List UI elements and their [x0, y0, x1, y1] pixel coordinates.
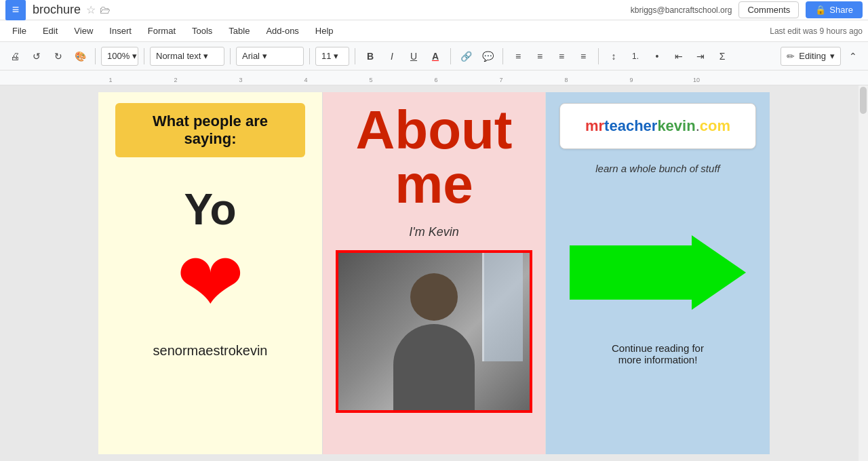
ruler-mark-6: 6 [403, 77, 469, 83]
ruler: 1 2 3 4 5 6 7 8 9 10 [0, 71, 868, 85]
lock-icon: 🔒 [815, 5, 826, 15]
editing-arrow-icon: ▾ [830, 51, 835, 61]
ruler-mark-2: 2 [143, 77, 208, 83]
menu-view[interactable]: View [67, 23, 100, 39]
photo-frame [336, 250, 532, 413]
menu-addons[interactable]: Add-ons [259, 23, 305, 39]
im-kevin-subtitle: I'm Kevin [409, 225, 458, 239]
separator-5 [355, 48, 355, 64]
menu-table[interactable]: Table [222, 23, 256, 39]
brochure-document: What people are saying: Yo ❤ senormaestr… [98, 92, 770, 454]
panel-right[interactable]: mrteacherkevin.com learn a whole bunch o… [546, 92, 770, 454]
website-box: mrteacherkevin.com [559, 103, 756, 149]
print-button[interactable]: 🖨 [5, 47, 24, 66]
ordered-list-button[interactable]: 1. [626, 47, 645, 66]
style-dropdown[interactable]: Normal text ▾ [150, 47, 224, 66]
link-button[interactable]: 🔗 [456, 47, 475, 66]
document-area: What people are saying: Yo ❤ senormaestr… [0, 85, 868, 461]
zoom-dropdown[interactable]: 100% ▾ [101, 47, 138, 66]
editing-dropdown[interactable]: ✏ Editing ▾ [781, 47, 841, 66]
increase-indent-button[interactable]: ⇥ [691, 47, 710, 66]
app-menu-button[interactable]: ≡ [5, 0, 26, 20]
menu-help[interactable]: Help [309, 23, 340, 39]
bullet-list-button[interactable]: • [648, 47, 667, 66]
line-spacing-button[interactable]: ↕ [604, 47, 623, 66]
style-arrow-icon: ▾ [203, 51, 208, 61]
menu-file[interactable]: File [5, 23, 33, 39]
menu-tools[interactable]: Tools [185, 23, 219, 39]
align-justify-button[interactable]: ≡ [574, 47, 593, 66]
editing-label: Editing [799, 51, 826, 61]
star-icon[interactable]: ☆ [86, 3, 96, 16]
collapse-toolbar-button[interactable]: ⌃ [844, 47, 863, 66]
panel-left[interactable]: What people are saying: Yo ❤ senormaestr… [98, 92, 322, 454]
arrow-body [570, 245, 692, 300]
top-bar: ≡ brochure ☆ 🗁 kbriggs@bancraftschool.or… [0, 0, 868, 20]
share-button[interactable]: 🔒 Share [806, 1, 863, 18]
menu-insert[interactable]: Insert [102, 23, 138, 39]
arrow-head [692, 235, 746, 310]
formula-button[interactable]: Σ [713, 47, 732, 66]
photo-placeholder [338, 253, 530, 410]
person-head-shape [410, 273, 458, 321]
website-kevin: kevin [657, 117, 695, 134]
text-color-button[interactable]: A [426, 47, 445, 66]
align-right-button[interactable]: ≡ [552, 47, 571, 66]
separator-4 [309, 48, 310, 64]
ruler-mark-3: 3 [208, 77, 273, 83]
underline-button[interactable]: U [404, 47, 423, 66]
person-body-shape [393, 324, 475, 412]
undo-button[interactable]: ↺ [27, 47, 46, 66]
scrollbar[interactable] [859, 85, 868, 461]
align-center-button[interactable]: ≡ [530, 47, 549, 66]
website-mr: mr [585, 117, 604, 134]
website-com: com [700, 117, 730, 134]
separator-1 [95, 48, 96, 64]
style-value: Normal text [156, 51, 201, 61]
comment-button[interactable]: 💬 [478, 47, 497, 66]
panel-middle[interactable]: About me I'm Kevin [322, 92, 546, 454]
font-arrow-icon: ▾ [262, 51, 267, 61]
redo-button[interactable]: ↻ [49, 47, 68, 66]
toolbar: 🖨 ↺ ↻ 🎨 100% ▾ Normal text ▾ Arial ▾ 11 … [0, 42, 868, 71]
zoom-arrow-icon: ▾ [132, 51, 137, 61]
separator-6 [450, 48, 451, 64]
comments-button[interactable]: Comments [738, 1, 799, 18]
scrollbar-thumb[interactable] [860, 87, 867, 114]
about-me-title: About me [334, 103, 534, 212]
bold-button[interactable]: B [361, 47, 380, 66]
font-size-dropdown[interactable]: 11 ▾ [315, 47, 349, 66]
size-value: 11 [321, 51, 331, 61]
ruler-mark-1: 1 [78, 77, 143, 83]
decrease-indent-button[interactable]: ⇤ [669, 47, 688, 66]
menu-bar: File Edit View Insert Format Tools Table… [0, 20, 868, 42]
yo-text: Yo [184, 184, 236, 235]
menu-edit[interactable]: Edit [36, 23, 64, 39]
align-left-button[interactable]: ≡ [509, 47, 528, 66]
separator-8 [598, 48, 599, 64]
document-title[interactable]: brochure [33, 3, 81, 17]
italic-button[interactable]: I [382, 47, 401, 66]
username-text: senormaestrokevin [153, 343, 268, 359]
menu-format[interactable]: Format [141, 23, 182, 39]
folder-icon[interactable]: 🗁 [100, 4, 111, 16]
top-right-area: kbriggs@bancraftschool.org Comments 🔒 Sh… [631, 1, 863, 18]
font-value: Arial [242, 51, 260, 61]
last-edit-info: Last edit was 9 hours ago [770, 26, 863, 36]
separator-7 [502, 48, 503, 64]
separator-3 [230, 48, 231, 64]
ruler-mark-7: 7 [469, 77, 534, 83]
paint-format-button[interactable]: 🎨 [71, 47, 90, 66]
ruler-mark-4: 4 [273, 77, 338, 83]
share-label: Share [829, 5, 853, 15]
window-background [482, 253, 523, 361]
font-dropdown[interactable]: Arial ▾ [236, 47, 304, 66]
ruler-mark-9: 9 [599, 77, 664, 83]
green-arrow [570, 235, 746, 310]
zoom-value: 100% [107, 51, 130, 61]
size-arrow-icon: ▾ [334, 51, 338, 61]
pencil-icon: ✏ [787, 51, 795, 62]
arrow-container [559, 215, 756, 330]
separator-2 [144, 48, 144, 64]
continue-text: Continue reading formore information! [612, 342, 704, 365]
